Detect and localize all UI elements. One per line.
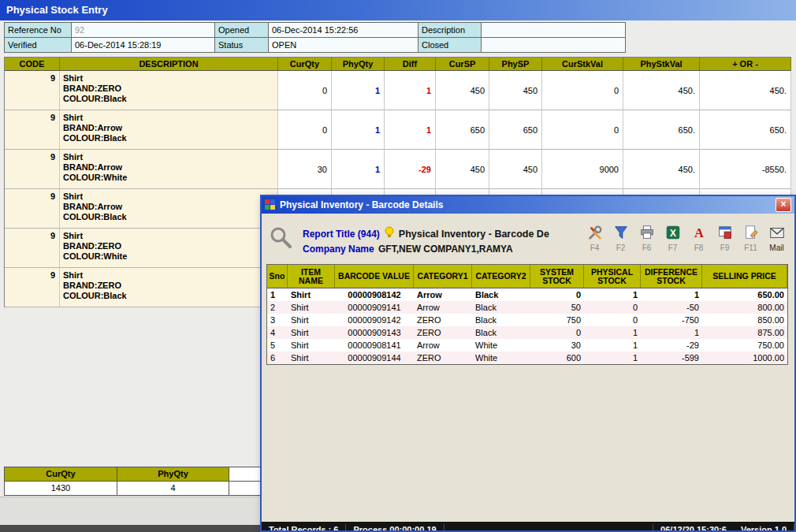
company-name-label: Company Name — [303, 244, 378, 255]
cell-item-name: Shirt — [288, 314, 335, 326]
verified-field[interactable]: 06-Dec-2014 15:28:19 — [72, 38, 215, 53]
col-header-sno: Sno — [267, 265, 288, 288]
export-button[interactable]: F9 — [712, 223, 738, 252]
cell-barcode: 00000908141 — [335, 339, 414, 352]
cell-item-name: Shirt — [288, 288, 335, 301]
pdf-button[interactable]: A F8 — [686, 223, 712, 252]
cell-code: 9 — [5, 189, 60, 229]
cell-sno: 3 — [267, 314, 288, 326]
status-field[interactable]: OPEN — [269, 38, 418, 53]
desc-line: Shirt — [63, 192, 83, 202]
desc-line: BRAND:ZERO — [63, 84, 121, 94]
cell-cursp: 650 — [436, 110, 489, 150]
export-icon — [716, 223, 735, 242]
cell-diff: -29 — [385, 150, 436, 189]
col-header-category2: CATEGORY2 — [472, 265, 530, 288]
print-button[interactable]: F6 — [634, 223, 660, 252]
edit-button[interactable]: F11 — [738, 223, 764, 252]
desc-line: COLOUR:Black — [63, 212, 127, 222]
cell-difference-stock: 1 — [641, 326, 702, 339]
opened-field[interactable]: 06-Dec-2014 15:22:56 — [269, 23, 418, 38]
excel-button[interactable]: X F7 — [660, 223, 686, 252]
toolbar-key-label: F4 — [590, 244, 600, 252]
cell-physical-stock: 0 — [584, 314, 641, 326]
cell-item-name: Shirt — [288, 326, 335, 339]
search-icon[interactable] — [268, 225, 293, 253]
cell-description: Shirt BRAND:Arrow COLOUR:Black — [60, 110, 278, 150]
cell-item-name: Shirt — [288, 301, 335, 314]
cell-system-stock: 0 — [530, 288, 584, 301]
cell-selling-price: 800.00 — [702, 301, 787, 314]
toolbar-key-label: F9 — [720, 244, 730, 252]
reference-no-field[interactable]: 92 — [72, 23, 215, 38]
cell-category1: ZERO — [414, 326, 472, 339]
app-icon — [265, 199, 276, 210]
desc-line: COLOUR:Black — [63, 133, 127, 143]
col-header-physp: PhySP — [489, 58, 542, 71]
cell-system-stock: 30 — [530, 339, 584, 352]
col-header-code: CODE — [5, 58, 60, 71]
col-header-barcode-value: BARCODE VALUE — [335, 265, 414, 288]
cell-description: Shirt BRAND:Arrow COLOUR:White — [60, 150, 278, 189]
desc-line: Shirt — [63, 113, 83, 123]
col-header-phystkval: PhyStkVal — [623, 58, 700, 71]
col-header-description: DESCRIPTION — [60, 58, 278, 71]
cell-sno: 4 — [267, 326, 288, 339]
cell-difference-stock: -29 — [641, 339, 702, 352]
cell-plusorminus: -8550. — [700, 150, 791, 189]
cell-item-name: Shirt — [288, 339, 335, 352]
cell-code: 9 — [5, 229, 60, 268]
svg-text:X: X — [670, 228, 676, 239]
cell-code: 9 — [5, 71, 60, 110]
cell-plusorminus: 650. — [700, 110, 791, 150]
main-window-titlebar[interactable]: Physical Stock Entry — [0, 0, 796, 20]
report-title-label: Report Title (944) — [303, 229, 380, 240]
desc-line: BRAND:ZERO — [63, 281, 121, 291]
description-field[interactable] — [482, 23, 626, 38]
toolbar-key-label: F11 — [744, 244, 757, 252]
qty-summary-table: CurQty PhyQty 1430 4 — [4, 467, 261, 496]
desc-line: BRAND:Arrow — [63, 162, 122, 173]
cell-category2: Black — [472, 314, 530, 326]
cell-selling-price: 850.00 — [702, 314, 787, 326]
cell-category1: ZERO — [414, 352, 472, 364]
cell-sno: 5 — [267, 339, 288, 352]
col-header-phyqty: PhyQty — [332, 58, 385, 71]
cell-curqty: 30 — [278, 150, 332, 189]
cell-selling-price: 875.00 — [702, 326, 787, 339]
bottom-panel — [0, 497, 260, 526]
filter-button[interactable]: F2 — [608, 223, 634, 252]
cell-physical-stock: 0 — [584, 301, 641, 314]
dialog-titlebar[interactable]: Physical Inventory - Barcode Details × — [262, 196, 794, 214]
cell-barcode: 00000909141 — [335, 301, 414, 314]
summary-phyqty-value: 4 — [117, 482, 229, 496]
verified-label: Verified — [5, 38, 72, 53]
cell-curqty: 0 — [278, 110, 332, 150]
svg-text:A: A — [694, 225, 704, 240]
cell-cursp: 450 — [436, 71, 489, 110]
mail-button[interactable]: Mail — [764, 223, 790, 252]
cell-sno: 2 — [267, 301, 288, 314]
cell-curqty: 0 — [278, 71, 332, 110]
summary-curqty-header: CurQty — [5, 467, 117, 482]
cell-barcode: 00000908142 — [335, 288, 414, 301]
cell-code: 9 — [5, 268, 60, 307]
desc-line: COLOUR:White — [63, 251, 127, 262]
cell-system-stock: 0 — [530, 326, 584, 339]
close-icon[interactable]: × — [776, 198, 791, 212]
closed-field[interactable] — [482, 38, 626, 53]
tools-button[interactable]: F4 — [582, 223, 608, 252]
cell-phystkval: 450. — [623, 71, 700, 110]
cell-description: Shirt BRAND:ZERO COLOUR:White — [60, 229, 278, 268]
filter-icon — [612, 223, 630, 242]
printer-icon — [638, 223, 657, 242]
mail-icon — [768, 223, 787, 242]
cell-physp: 650 — [489, 110, 542, 150]
cell-physical-stock: 1 — [584, 352, 641, 364]
desc-line: COLOUR:Black — [63, 291, 127, 301]
cell-category1: Arrow — [414, 301, 472, 314]
summary-blank-value — [229, 482, 261, 496]
desc-line: COLOUR:White — [63, 173, 127, 183]
toolbar-key-label: F2 — [616, 244, 626, 252]
company-name-value: GFT,NEW COMPANY1,RAMYA — [378, 244, 513, 255]
